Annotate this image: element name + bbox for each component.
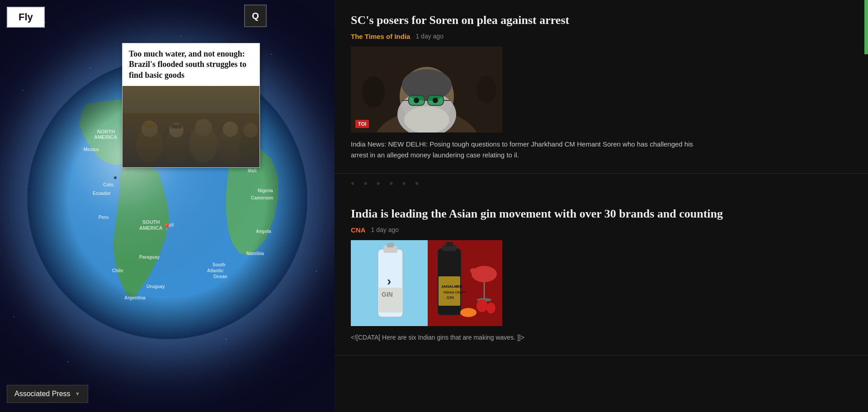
toi-badge: TOI: [355, 120, 369, 128]
dot-3: •: [377, 177, 380, 190]
news-time-soren: 1 day ago: [415, 33, 443, 40]
svg-point-6: [164, 130, 189, 164]
svg-point-8: [217, 128, 244, 163]
news-title-gin: India is leading the Asian gin movement …: [351, 206, 852, 222]
news-image-soren: TOI: [351, 47, 502, 133]
news-card-gin: India is leading the Asian gin movement …: [335, 194, 868, 355]
dot-5: •: [402, 177, 406, 190]
source-dropdown[interactable]: Associated Press ▼: [7, 385, 88, 403]
svg-rect-16: [171, 124, 182, 128]
fly-button[interactable]: Fly: [7, 7, 45, 28]
svg-point-11: [169, 123, 184, 137]
chevron-down-icon: ▼: [75, 391, 80, 397]
map-popup: Too much water, and not enough: Brazil's…: [122, 43, 260, 168]
svg-rect-40: [387, 243, 394, 247]
news-image-gin: › GIN JAISALMER INDIAN CRAFT GIN: [351, 240, 502, 326]
svg-point-34: [362, 76, 385, 108]
svg-text:JAISALMER: JAISALMER: [441, 284, 462, 289]
right-panel: SC's posers for Soren on plea against ar…: [335, 0, 868, 412]
svg-rect-46: [446, 242, 453, 246]
svg-rect-17: [123, 86, 259, 167]
svg-point-35: [476, 76, 496, 103]
news-source-cna[interactable]: CNA: [351, 226, 366, 234]
svg-point-5: [136, 127, 163, 162]
news-source-toi[interactable]: The Times of India: [351, 33, 410, 40]
svg-point-9: [239, 130, 259, 164]
svg-point-14: [243, 123, 258, 137]
news-description-soren: India News: NEW DELHI: Posing tough ques…: [351, 139, 694, 161]
news-card-soren: SC's posers for Soren on plea against ar…: [335, 0, 868, 174]
svg-point-12: [195, 119, 212, 136]
svg-text:INDIAN CRAFT: INDIAN CRAFT: [443, 291, 466, 294]
dot-1: •: [351, 177, 354, 190]
popup-title: Too much water, and not enough: Brazil's…: [129, 49, 253, 81]
q-button[interactable]: Q: [244, 5, 267, 27]
source-label: Associated Press: [14, 390, 71, 398]
svg-point-55: [486, 303, 495, 313]
news-description-gin: <![CDATA[ Here are six Indian gins that …: [351, 332, 694, 342]
svg-point-54: [476, 299, 487, 312]
svg-rect-15: [143, 123, 156, 128]
svg-point-51: [472, 266, 497, 282]
divider-dots: • • • • • •: [335, 174, 868, 194]
dot-2: •: [363, 177, 367, 190]
svg-rect-43: [379, 288, 402, 313]
svg-point-13: [223, 122, 238, 137]
svg-text:GIN: GIN: [447, 295, 454, 300]
dot-6: •: [415, 177, 419, 190]
green-bar: [864, 0, 868, 54]
svg-point-57: [470, 268, 476, 274]
news-meta-gin: CNA 1 day ago: [351, 226, 852, 234]
news-meta-soren: The Times of India 1 day ago: [351, 33, 852, 40]
svg-point-7: [189, 125, 218, 162]
svg-text:›: ›: [387, 274, 391, 288]
left-panel: Fly Q: [0, 0, 335, 412]
svg-point-10: [142, 121, 158, 137]
dot-4: •: [389, 177, 393, 190]
popup-image: [123, 86, 259, 167]
news-time-gin: 1 day ago: [371, 226, 399, 233]
news-title-soren: SC's posers for Soren on plea against ar…: [351, 13, 852, 28]
svg-rect-3: [123, 86, 259, 167]
svg-point-56: [460, 308, 476, 317]
popup-header: Too much water, and not enough: Brazil's…: [123, 43, 259, 86]
svg-rect-4: [123, 86, 259, 114]
